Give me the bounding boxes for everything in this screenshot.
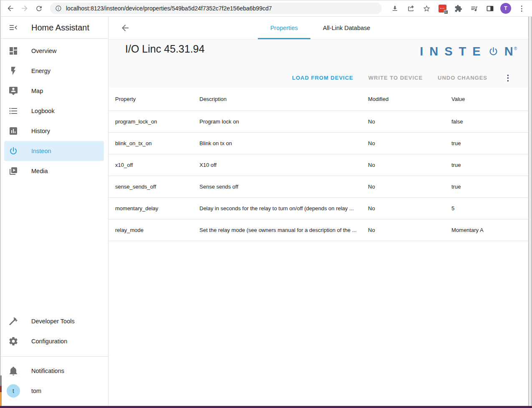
extension-badge: 1 bbox=[444, 10, 448, 14]
cell-property: program_lock_on bbox=[115, 118, 199, 125]
bookmark-star-button[interactable] bbox=[419, 1, 434, 15]
properties-table: PropertyDescriptionModifiedValueprogram_… bbox=[108, 88, 528, 241]
adblock-icon: ... 1 bbox=[439, 5, 446, 13]
toolbar-right-icons: ... 1 T ⋮ bbox=[388, 1, 529, 15]
insteon-logo: INSTE N ® bbox=[420, 45, 517, 58]
user-avatar: t bbox=[7, 384, 20, 398]
sidebar-item-energy[interactable]: Energy bbox=[4, 61, 104, 81]
sidebar-item-label: Logbook bbox=[31, 108, 55, 114]
star-icon bbox=[423, 5, 431, 13]
table-row-relay_mode[interactable]: relay_modeSet the relay mode (see owners… bbox=[108, 219, 528, 241]
sidebar-item-label: Map bbox=[31, 88, 43, 94]
playlist-music-icon bbox=[470, 5, 478, 13]
sidebar-item-map[interactable]: Map bbox=[4, 81, 104, 101]
column-header-description: Description bbox=[199, 96, 368, 102]
back-arrow-icon bbox=[6, 4, 15, 13]
device-header: I/O Linc 45.31.94 INSTE N ® LOAD FROM DE… bbox=[108, 40, 532, 88]
sidebar-item-label: Configuration bbox=[31, 338, 67, 345]
cell-property: blink_on_tx_on bbox=[115, 140, 199, 146]
browser-toolbar: localhost:8123/insteon/device/properties… bbox=[0, 0, 532, 17]
user-profile[interactable]: t tom bbox=[4, 381, 104, 401]
cell-property: sense_sends_off bbox=[115, 184, 199, 190]
cell-value: false bbox=[451, 118, 528, 125]
browser-menu-button[interactable]: ⋮ bbox=[514, 1, 529, 15]
extensions-button[interactable] bbox=[451, 1, 465, 15]
sidebar-item-logbook[interactable]: Logbook bbox=[4, 101, 104, 121]
cell-value: 5 bbox=[451, 205, 528, 212]
install-icon bbox=[391, 5, 399, 13]
main-content: PropertiesAll-Link Database I/O Linc 45.… bbox=[108, 17, 532, 406]
app-title: Home Assistant bbox=[31, 23, 89, 33]
cell-property: momentary_delay bbox=[115, 205, 199, 212]
write-to-device-button[interactable]: WRITE TO DEVICE bbox=[368, 75, 423, 81]
browser-reload-button[interactable] bbox=[32, 1, 46, 15]
media-queue-button[interactable] bbox=[467, 1, 481, 15]
load-from-device-button[interactable]: LOAD FROM DEVICE bbox=[292, 75, 353, 81]
cell-modified: No bbox=[368, 140, 451, 146]
table-row-x10_off[interactable]: x10_offX10 offNotrue bbox=[108, 154, 528, 176]
cell-value: Momentary A bbox=[451, 227, 528, 233]
profile-avatar: T bbox=[500, 3, 511, 14]
sidebar-item-overview[interactable]: Overview bbox=[4, 41, 104, 61]
desktop-sliver bbox=[0, 386, 2, 392]
puzzle-icon bbox=[454, 5, 462, 13]
sidebar-item-label: Insteon bbox=[31, 148, 51, 154]
bell-icon bbox=[8, 366, 18, 376]
browser-back-button[interactable] bbox=[3, 1, 18, 15]
sidebar-item-label: Overview bbox=[31, 48, 56, 54]
sidebar-item-configuration[interactable]: Configuration bbox=[4, 331, 104, 351]
sidebar-item-developer-tools[interactable]: Developer Tools bbox=[4, 311, 104, 331]
sidebar-item-insteon[interactable]: Insteon bbox=[4, 141, 104, 161]
table-row-program_lock_on[interactable]: program_lock_onProgram lock onNofalse bbox=[108, 111, 528, 133]
device-actions: LOAD FROM DEVICEWRITE TO DEVICEUNDO CHAN… bbox=[292, 74, 512, 82]
cell-property: x10_off bbox=[115, 162, 199, 168]
sidebar-nav: OverviewEnergyMapLogbookHistoryInsteonMe… bbox=[0, 39, 108, 181]
table-header-row: PropertyDescriptionModifiedValue bbox=[108, 88, 528, 111]
table-row-sense_sends_off[interactable]: sense_sends_offSense sends offNotrue bbox=[108, 176, 528, 198]
sidebar-item-history[interactable]: History bbox=[4, 121, 104, 141]
sidebar: Home Assistant OverviewEnergyMapLogbookH… bbox=[0, 17, 108, 406]
sidebar-item-label: Media bbox=[31, 168, 48, 174]
sidebar-item-label: History bbox=[31, 128, 50, 134]
sidebar-item-label: Energy bbox=[31, 68, 50, 74]
power-icon bbox=[8, 146, 18, 156]
tab-all-link-database[interactable]: All-Link Database bbox=[310, 17, 383, 39]
column-header-modified: Modified bbox=[368, 96, 451, 102]
sidebar-item-notifications[interactable]: Notifications bbox=[4, 361, 104, 381]
url-text[interactable]: localhost:8123/insteon/device/properties… bbox=[66, 5, 272, 12]
cell-description: X10 off bbox=[199, 162, 368, 168]
adblock-extension-button[interactable]: ... 1 bbox=[435, 1, 449, 15]
sidebar-toggle-button[interactable] bbox=[8, 23, 18, 33]
desktop-sliver bbox=[0, 392, 2, 406]
table-row-momentary_delay[interactable]: momentary_delayDelay in seconds for the … bbox=[108, 198, 528, 219]
gear-icon bbox=[8, 336, 18, 346]
tabs-bar: PropertiesAll-Link Database bbox=[108, 17, 532, 40]
tab-properties[interactable]: Properties bbox=[258, 17, 310, 39]
cell-modified: No bbox=[368, 227, 451, 233]
browser-profile-button[interactable]: T bbox=[499, 1, 513, 15]
sidebar-header: Home Assistant bbox=[0, 17, 108, 39]
power-glyph-icon bbox=[488, 46, 499, 57]
browser-forward-button[interactable] bbox=[18, 1, 32, 15]
more-options-button[interactable]: ⋮ bbox=[504, 74, 512, 82]
share-icon bbox=[407, 5, 415, 13]
taskbar-edge bbox=[0, 406, 532, 408]
share-button[interactable] bbox=[403, 1, 418, 15]
undo-changes-button[interactable]: UNDO CHANGES bbox=[438, 75, 487, 81]
flash-icon bbox=[8, 66, 18, 76]
info-icon[interactable] bbox=[55, 5, 62, 12]
table-row-blink_on_tx_on[interactable]: blink_on_tx_onBlink on tx onNotrue bbox=[108, 133, 528, 154]
back-button[interactable] bbox=[119, 22, 131, 34]
address-bar[interactable]: localhost:8123/insteon/device/properties… bbox=[50, 3, 382, 14]
hammer-icon bbox=[8, 316, 18, 326]
tab-list: PropertiesAll-Link Database bbox=[108, 17, 532, 39]
side-panel-button[interactable] bbox=[483, 1, 497, 15]
install-app-button[interactable] bbox=[388, 1, 402, 15]
kebab-menu-icon: ⋮ bbox=[518, 5, 525, 12]
column-header-value: Value bbox=[451, 96, 528, 102]
cell-description: Blink on tx on bbox=[199, 140, 368, 146]
tooltip-account-icon bbox=[8, 86, 18, 96]
cell-modified: No bbox=[368, 184, 451, 190]
sidebar-item-media[interactable]: Media bbox=[4, 161, 104, 181]
page-scrollbar[interactable] bbox=[528, 17, 532, 406]
